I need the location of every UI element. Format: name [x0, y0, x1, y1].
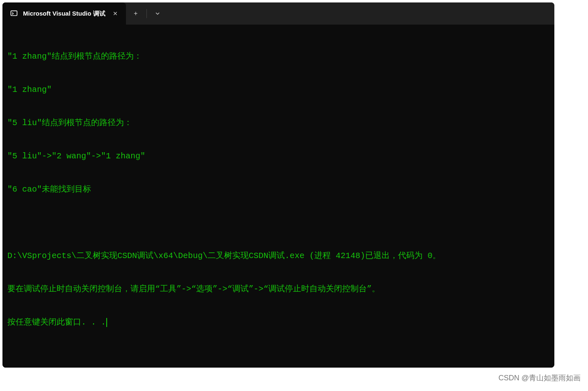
titlebar: Microsoft Visual Studio 调试 ✕ +	[2, 2, 554, 25]
cursor	[106, 318, 107, 327]
prompt-line: 按任意键关闭此窗口. . .	[7, 317, 549, 328]
output-line: "5 liu"结点到根节点的路径为：	[7, 117, 549, 128]
output-line: "6 cao"未能找到目标	[7, 184, 549, 195]
terminal-output[interactable]: "1 zhang"结点到根节点的路径为： "1 zhang" "5 liu"结点…	[2, 25, 554, 368]
divider	[146, 9, 147, 18]
active-tab[interactable]: Microsoft Visual Studio 调试 ✕	[2, 2, 126, 25]
output-line: "5 liu"->"2 wang"->"1 zhang"	[7, 151, 549, 162]
chevron-down-icon	[155, 11, 160, 16]
output-line: "1 zhang"	[7, 84, 549, 95]
titlebar-controls: +	[126, 2, 167, 25]
terminal-window: Microsoft Visual Studio 调试 ✕ + "1 zhang"…	[2, 2, 554, 368]
tab-dropdown-button[interactable]	[148, 2, 167, 25]
prompt-text: 按任意键关闭此窗口. . .	[7, 318, 106, 327]
terminal-icon	[10, 9, 18, 18]
status-line: 要在调试停止时自动关闭控制台，请启用“工具”->“选项”->“调试”->“调试停…	[7, 284, 549, 295]
watermark: CSDN @青山如墨雨如画	[499, 373, 581, 383]
blank-line	[7, 217, 549, 228]
tab-title: Microsoft Visual Studio 调试	[23, 10, 105, 18]
svg-rect-0	[11, 11, 17, 16]
output-line: "1 zhang"结点到根节点的路径为：	[7, 51, 549, 62]
status-line: D:\VSprojects\二叉树实现CSDN调试\x64\Debug\二叉树实…	[7, 250, 549, 261]
new-tab-button[interactable]: +	[126, 2, 146, 25]
tab-close-button[interactable]: ✕	[110, 9, 120, 18]
